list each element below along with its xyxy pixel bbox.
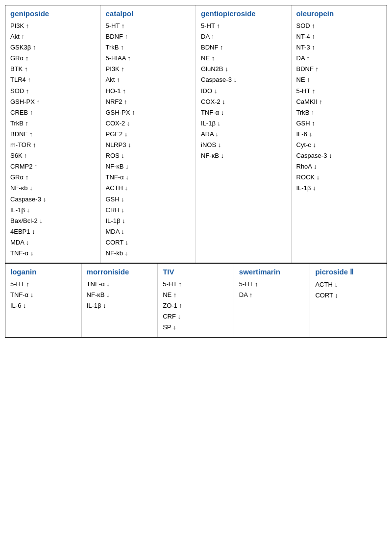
col-item: GSH-PX ↑ bbox=[10, 97, 96, 107]
top-col-0: geniposidePI3K ↑Akt ↑GSK3β ↑GRα ↑BTK ↑TL… bbox=[5, 5, 101, 263]
col-item: NE ↑ bbox=[201, 53, 286, 64]
bot-item: ZO-1 ↑ bbox=[163, 300, 229, 311]
bot-item: TNF-α ↓ bbox=[10, 290, 76, 300]
top-section: geniposidePI3K ↑Akt ↑GSK3β ↑GRα ↑BTK ↑TL… bbox=[5, 5, 387, 264]
col-item: TLR4 ↑ bbox=[10, 74, 96, 85]
col-item: CaMKII ↑ bbox=[296, 97, 382, 107]
bot-item: TNF-α ↓ bbox=[87, 279, 153, 290]
bot-item: NF-κB ↓ bbox=[87, 290, 153, 300]
col-item: NF-κB ↓ bbox=[201, 150, 286, 161]
bot-item: NE ↑ bbox=[163, 290, 229, 300]
bot-col-1: morronisideTNF-α ↓NF-κB ↓IL-1β ↓ bbox=[82, 264, 158, 337]
bot-item: CRF ↓ bbox=[163, 311, 229, 322]
col-item: CORT ↓ bbox=[106, 237, 191, 248]
bot-item: ACTH ↓ bbox=[315, 279, 382, 290]
bot-col-2: TIV5-HT ↑NE ↑ZO-1 ↑CRF ↓SP ↓ bbox=[158, 264, 234, 337]
col-item: NT-3 ↑ bbox=[296, 42, 382, 53]
col-item: CRMP2 ↑ bbox=[10, 161, 96, 172]
col-item: Bax/Bcl-2 ↓ bbox=[10, 216, 96, 226]
col-item: iNOS ↓ bbox=[201, 140, 286, 150]
col-item: TrkB ↑ bbox=[106, 42, 191, 53]
col-item: GSH-PX ↑ bbox=[106, 107, 191, 118]
bot-item: 5-HT ↑ bbox=[10, 279, 76, 290]
bot-col-3: swertimarin5-HT ↑DA ↑ bbox=[234, 264, 311, 337]
col-header-3: oleuropein bbox=[296, 9, 382, 18]
col-item: S6K ↑ bbox=[10, 150, 96, 161]
col-item: Caspase-3 ↓ bbox=[201, 74, 286, 85]
col-item: NT-4 ↑ bbox=[296, 31, 382, 42]
col-item: DA ↑ bbox=[296, 53, 382, 64]
col-item: NE ↑ bbox=[296, 74, 382, 85]
col-item: ACTH ↓ bbox=[106, 183, 191, 194]
col-item: Cyt-c ↓ bbox=[296, 140, 382, 150]
col-item: NRF2 ↑ bbox=[106, 97, 191, 107]
col-item: GSH ↓ bbox=[106, 194, 191, 205]
col-header-2: gentiopicroside bbox=[201, 9, 286, 18]
col-item: GluN2B ↓ bbox=[201, 64, 286, 74]
col-item: MDA ↓ bbox=[10, 237, 96, 248]
col-header-1: catalpol bbox=[106, 9, 191, 18]
col-item: CREB ↑ bbox=[10, 107, 96, 118]
col-item: CRH ↓ bbox=[106, 205, 191, 216]
col-item: BTK ↑ bbox=[10, 64, 96, 74]
bot-col-4: picroside ⅡACTH ↓CORT ↓ bbox=[310, 264, 387, 337]
col-item: BDNF ↑ bbox=[106, 31, 191, 42]
col-item: HO-1 ↑ bbox=[106, 86, 191, 97]
bot-header-1: morroniside bbox=[87, 268, 153, 276]
col-item: m-TOR ↑ bbox=[10, 140, 96, 150]
col-item: ARA ↓ bbox=[201, 129, 286, 140]
col-item: GSH ↑ bbox=[296, 118, 382, 129]
col-item: NF-κB ↓ bbox=[106, 161, 191, 172]
col-item: GRα ↑ bbox=[10, 172, 96, 183]
bot-header-4: picroside Ⅱ bbox=[315, 268, 382, 276]
col-item: NLRP3 ↓ bbox=[106, 140, 191, 150]
bot-item: SP ↓ bbox=[163, 322, 229, 333]
col-item: PI3K ↑ bbox=[10, 21, 96, 31]
bot-item: 5-HT ↑ bbox=[163, 279, 229, 290]
col-item: 5-HIAA ↑ bbox=[106, 53, 191, 64]
col-item: ROCK ↓ bbox=[296, 172, 382, 183]
col-item: BDNF ↑ bbox=[201, 42, 286, 53]
top-col-2: gentiopicroside5-HT ↑DA ↑BDNF ↑NE ↑GluN2… bbox=[196, 5, 292, 263]
col-item: TrkB ↑ bbox=[296, 107, 382, 118]
bot-item: CORT ↓ bbox=[315, 290, 382, 301]
col-item: IL-1β ↓ bbox=[201, 118, 286, 129]
col-item: TNF-α ↓ bbox=[201, 107, 286, 118]
bottom-section: loganin5-HT ↑TNF-α ↓IL-6 ↓morronisideTNF… bbox=[5, 264, 387, 337]
col-item: 5-HT ↑ bbox=[296, 86, 382, 97]
col-item: 5-HT ↑ bbox=[201, 21, 286, 31]
bot-item: IL-6 ↓ bbox=[10, 300, 76, 311]
col-header-0: geniposide bbox=[10, 9, 96, 18]
col-item: SOD ↑ bbox=[296, 21, 382, 31]
col-item: IDO ↓ bbox=[201, 86, 286, 97]
col-item: TrkB ↑ bbox=[10, 118, 96, 129]
col-item: Caspase-3 ↓ bbox=[296, 150, 382, 161]
col-item: NF-kb ↓ bbox=[106, 248, 191, 259]
col-item: IL-1β ↓ bbox=[296, 183, 382, 194]
col-item: TNF-α ↓ bbox=[10, 248, 96, 259]
col-item: IL-6 ↓ bbox=[296, 129, 382, 140]
bot-header-2: TIV bbox=[163, 268, 229, 276]
col-item: RhoA ↓ bbox=[296, 161, 382, 172]
col-item: PI3K ↑ bbox=[106, 64, 191, 74]
col-item: IL-1β ↓ bbox=[106, 216, 191, 226]
bot-header-0: loganin bbox=[10, 268, 76, 276]
col-item: IL-1β ↓ bbox=[10, 205, 96, 216]
bot-header-3: swertimarin bbox=[239, 268, 305, 276]
col-item: NF-κb ↓ bbox=[10, 183, 96, 194]
bot-item: 5-HT ↑ bbox=[239, 279, 305, 290]
col-item: BDNF ↑ bbox=[296, 64, 382, 74]
col-item: 5-HT ↑ bbox=[106, 21, 191, 31]
col-item: PGE2 ↓ bbox=[106, 129, 191, 140]
col-item: COX-2 ↓ bbox=[201, 97, 286, 107]
col-item: GSK3β ↑ bbox=[10, 42, 96, 53]
bot-col-0: loganin5-HT ↑TNF-α ↓IL-6 ↓ bbox=[5, 264, 82, 337]
col-item: BDNF ↑ bbox=[10, 129, 96, 140]
col-item: Akt ↑ bbox=[10, 31, 96, 42]
bot-item: DA ↑ bbox=[239, 290, 305, 300]
col-item: GRα ↑ bbox=[10, 53, 96, 64]
col-item: Akt ↑ bbox=[106, 74, 191, 85]
main-table: geniposidePI3K ↑Akt ↑GSK3β ↑GRα ↑BTK ↑TL… bbox=[5, 5, 387, 338]
top-col-3: oleuropeinSOD ↑NT-4 ↑NT-3 ↑DA ↑BDNF ↑NE … bbox=[292, 5, 387, 263]
col-item: ROS ↓ bbox=[106, 150, 191, 161]
